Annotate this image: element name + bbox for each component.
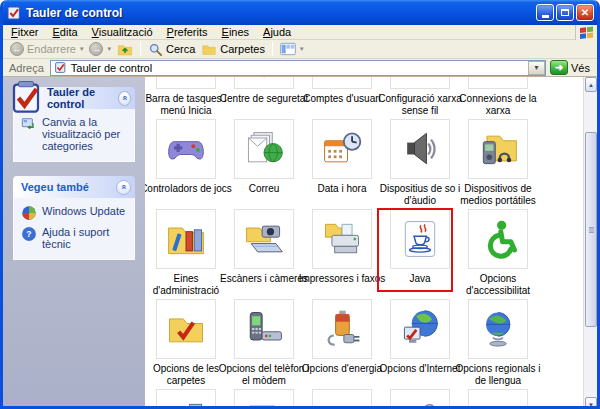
- svg-text:?: ?: [26, 229, 31, 239]
- menu-fitxer[interactable]: Fitxer: [4, 26, 46, 38]
- menu-visualitzacio[interactable]: Visualització: [85, 26, 160, 38]
- game-controller-icon: [164, 127, 208, 171]
- maximize-button[interactable]: [556, 4, 574, 21]
- menu-eines[interactable]: Eines: [215, 26, 257, 38]
- window-title: Tauler de control: [26, 6, 532, 20]
- display-icon: [242, 397, 286, 409]
- collapse-chevron-button[interactable]: «: [118, 91, 131, 106]
- windows-update-icon: [21, 205, 37, 221]
- tile-partial-folder[interactable]: [459, 389, 537, 409]
- control-panel-window: Tauler de control ✕ Fitxer Edita Visuali…: [0, 0, 600, 409]
- forward-icon: →: [89, 42, 103, 56]
- up-button[interactable]: [114, 41, 136, 58]
- vertical-scrollbar[interactable]: ▲ ▼: [583, 77, 597, 409]
- tile-printers-faxes[interactable]: Impressores i faxos: [303, 209, 381, 285]
- go-button[interactable]: ➜ Vés: [546, 60, 594, 75]
- address-input[interactable]: Tauler de control ▼: [50, 60, 546, 76]
- tile-phone-modem[interactable]: Opcions del telèfon i el mòdem: [225, 299, 303, 387]
- switch-view-icon: [21, 116, 37, 132]
- address-value: Tauler de control: [71, 62, 524, 74]
- views-icon: [280, 42, 296, 56]
- windows-update-link[interactable]: Windows Update: [21, 205, 130, 221]
- menubar: Fitxer Edita Visualització Preferits Ein…: [3, 25, 597, 40]
- security-shield-icon: [242, 77, 286, 81]
- see-also-panel: Vegeu també « Windows Update: [13, 176, 135, 260]
- switch-category-view-link[interactable]: Canvia a la visualització per categories: [21, 116, 130, 152]
- folders-button[interactable]: Carpetes: [198, 41, 268, 58]
- tile-mail[interactable]: Correu: [225, 119, 303, 195]
- go-arrow-icon: ➜: [550, 60, 568, 75]
- toolbar: ← Endarrere▾ → ▾ Cerca Carpet: [3, 40, 597, 59]
- help-support-link[interactable]: ? Ajuda i suport tècnic: [21, 226, 130, 250]
- address-bar: Adreça Tauler de control ▼ ➜ Vés: [3, 59, 597, 77]
- tile-regional-language[interactable]: Opcions regionals i de llengua: [459, 299, 537, 387]
- forward-button[interactable]: → ▾: [86, 41, 114, 58]
- scroll-thumb[interactable]: [585, 132, 597, 327]
- control-panel-big-icon: [8, 80, 44, 116]
- system-icon: [164, 397, 208, 409]
- tile-internet-options[interactable]: Opcions d'Internet: [381, 299, 459, 375]
- printer-fax-icon: [320, 217, 364, 261]
- date-time-icon: [320, 127, 364, 171]
- help-icon: ?: [21, 226, 37, 242]
- menu-edita[interactable]: Edita: [46, 26, 85, 38]
- search-button[interactable]: Cerca: [145, 41, 198, 58]
- close-button[interactable]: ✕: [576, 4, 594, 21]
- titlebar: Tauler de control ✕: [0, 0, 600, 25]
- address-control-panel-icon: [54, 61, 67, 74]
- folder-options-icon: [164, 307, 208, 351]
- tile-scanners-cameras[interactable]: Escàners i càmeres: [225, 209, 303, 285]
- user-accounts-icon: [320, 77, 364, 81]
- address-label: Adreça: [6, 62, 50, 74]
- scroll-down-button[interactable]: ▼: [585, 397, 597, 409]
- icon-grid: Barra de tasques i menú Inicia Centre de…: [145, 77, 583, 409]
- regional-language-icon: [476, 307, 520, 351]
- tile-portable-media[interactable]: Dispositivos de medios portátiles: [459, 119, 537, 207]
- tile-power-options[interactable]: Opcions d'energia: [303, 299, 381, 375]
- tile-partial-sphere[interactable]: [303, 389, 381, 409]
- tile-java[interactable]: Java: [381, 209, 459, 285]
- scroll-up-button[interactable]: ▲: [585, 77, 597, 92]
- tile-partial-system[interactable]: [147, 389, 225, 409]
- back-button[interactable]: ← Endarrere▾: [7, 41, 86, 58]
- tile-taskbar-start-menu[interactable]: Barra de tasques i menú Inicia: [147, 77, 225, 117]
- tile-sound-audio[interactable]: Dispositius de so i d'àudio: [381, 119, 459, 207]
- tile-partial-display[interactable]: [225, 389, 303, 409]
- portable-media-icon: [476, 127, 520, 171]
- tile-folder-options[interactable]: Opcions de les carpetes: [147, 299, 225, 387]
- see-also-panel-header: Vegeu també «: [13, 176, 135, 198]
- minimize-button[interactable]: [536, 4, 554, 21]
- tile-user-accounts[interactable]: Comptes d'usuari: [303, 77, 381, 105]
- sidebar-task-pane: Tauler de control « Canvia a la visualit…: [3, 77, 145, 409]
- views-button[interactable]: ▾: [277, 41, 307, 58]
- scanner-camera-icon: [242, 217, 286, 261]
- address-dropdown-button[interactable]: ▼: [528, 61, 545, 75]
- control-panel-icon: [6, 5, 22, 21]
- windows-logo-icon: [575, 25, 597, 40]
- speaker-audio-icon: [398, 127, 442, 171]
- mouse-icon: [398, 397, 442, 409]
- toolbar-separator: [272, 42, 273, 56]
- mail-icon: [242, 127, 286, 171]
- control-panel-panel: Tauler de control « Canvia a la visualit…: [13, 87, 135, 162]
- tile-partial-mouse[interactable]: [381, 389, 459, 409]
- tile-security-center[interactable]: Centre de seguretat: [225, 77, 303, 105]
- tile-network-connections[interactable]: Connexions de la xarxa: [459, 77, 537, 117]
- toolbar-separator: [140, 42, 141, 56]
- tile-wireless-config[interactable]: Configuració xarxa sense fil: [381, 77, 459, 117]
- tile-date-time[interactable]: Data i hora: [303, 119, 381, 195]
- folder-pencil-icon: [476, 397, 520, 409]
- search-icon: [148, 42, 163, 57]
- tile-admin-tools[interactable]: Eines d'administració: [147, 209, 225, 297]
- menu-preferits[interactable]: Preferits: [160, 26, 215, 38]
- tile-accessibility[interactable]: Opcions d'accessibilitat: [459, 209, 537, 297]
- admin-tools-icon: [164, 217, 208, 261]
- internet-options-icon: [398, 307, 442, 351]
- java-icon: [398, 217, 442, 261]
- collapse-chevron-button[interactable]: «: [116, 180, 131, 195]
- taskbar-start-menu-icon: [164, 77, 208, 81]
- phone-modem-icon: [242, 307, 286, 351]
- menu-ajuda[interactable]: Ajuda: [256, 26, 298, 38]
- power-options-icon: [320, 307, 364, 351]
- tile-game-controllers[interactable]: Controladors de jocs: [147, 119, 225, 195]
